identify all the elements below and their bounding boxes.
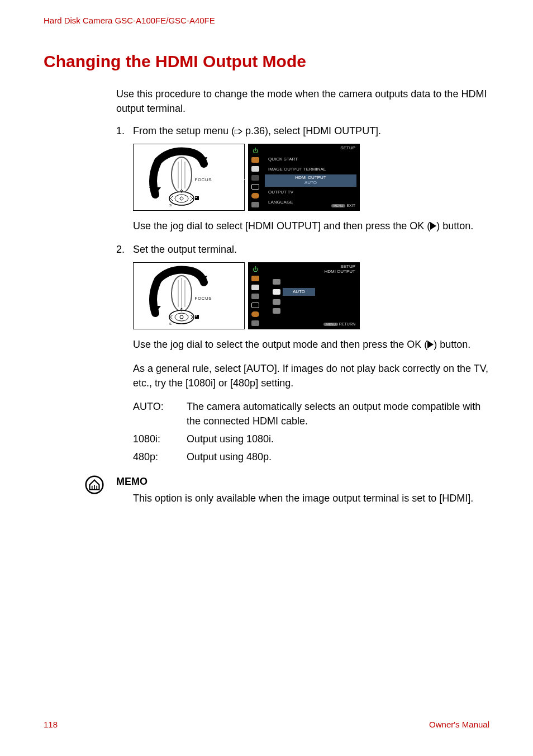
jog-dial-icon: S [141, 266, 236, 326]
def-desc: Output using 480p. [187, 450, 489, 464]
play-icon [427, 341, 434, 348]
play-icon [430, 222, 436, 230]
side-icon [251, 157, 259, 163]
screen-footer: MENUEXIT [331, 203, 355, 209]
side-icon [251, 320, 259, 326]
def-row: 480p: Output using 480p. [133, 450, 489, 464]
option-icon [273, 289, 280, 295]
menu-item-highlighted: HDMI OUTPUT AUTO [265, 174, 356, 187]
power-icon: ⏻ [251, 148, 259, 154]
option-icon [273, 279, 280, 285]
side-icon [251, 202, 259, 207]
step-text: Set the output terminal. [133, 242, 489, 257]
footer-label: Owner's Manual [429, 720, 489, 729]
side-icon [251, 184, 259, 190]
screen2-option-row [273, 308, 356, 314]
side-icon [251, 294, 259, 299]
header-bottom: HDMI OUTPUT [324, 270, 355, 275]
screen-side-icons: ⏻ [251, 267, 259, 326]
step1-after: Use the jog dial to select [HDMI OUTPUT]… [133, 219, 489, 233]
side-icon [251, 311, 259, 317]
intro-paragraph: Use this procedure to change the mode wh… [116, 87, 489, 116]
step1-text-a: From the setup menu ( [133, 125, 235, 136]
def-term: 480p: [133, 450, 187, 464]
dial-focus-label: FOCUS [195, 177, 212, 183]
memo-text: This option is only available when the i… [133, 491, 489, 505]
step1-after-a: Use the jog dial to select [HDMI OUTPUT]… [133, 220, 430, 231]
figure-step1: S FOCUS ⏻ ♪ SETUP QUICK START IMAGE OUTP… [133, 144, 489, 211]
side-icon: ♪ [251, 175, 259, 181]
svg-point-18 [169, 310, 194, 324]
option-icon [273, 308, 280, 314]
svg-rect-11 [196, 197, 197, 198]
side-icon [251, 193, 259, 199]
step-2: 2. Set the output terminal. [116, 242, 489, 257]
memo-block: MEMO This option is only available when … [44, 474, 489, 505]
figure-step2: S FOCUS ⏻ SETUP HDMI OUTPUT [133, 262, 489, 329]
svg-rect-23 [196, 315, 197, 316]
def-row: AUTO: The camera automatically selects a… [133, 399, 489, 428]
option-selected-label: AUTO [283, 288, 315, 296]
jog-dial-figure: S FOCUS [133, 262, 245, 329]
menu-item: IMAGE OUTPUT TERMINAL [265, 165, 356, 174]
memo-content: MEMO This option is only available when … [116, 474, 489, 505]
setup-screen-2: ⏻ SETUP HDMI OUTPUT AUTO [248, 262, 360, 329]
step-text: From the setup menu ( p.36), select [HDM… [133, 124, 489, 138]
def-term: AUTO: [133, 399, 187, 428]
memo-house-icon [85, 475, 104, 494]
screen-side-icons: ⏻ ♪ [251, 148, 259, 207]
step2-after-a: Use the jog dial to select the output mo… [133, 339, 427, 350]
jog-dial-figure: S FOCUS [133, 144, 245, 211]
step-1: 1. From the setup menu ( p.36), select [… [116, 124, 489, 138]
side-icon [251, 276, 259, 281]
screen-header: SETUP HDMI OUTPUT [324, 264, 355, 275]
screen2-option-row [273, 299, 356, 305]
power-icon: ⏻ [251, 267, 259, 272]
side-icon [251, 285, 259, 290]
setup-screen-1: ⏻ ♪ SETUP QUICK START IMAGE OUTPUT TERMI… [248, 144, 360, 211]
step1-after-b: ) button. [436, 220, 473, 231]
def-row: 1080i: Output using 1080i. [133, 432, 489, 446]
screen-header: SETUP [340, 146, 355, 151]
screen2-option-row-selected: AUTO [273, 288, 356, 296]
body-content: Use this procedure to change the mode wh… [116, 87, 489, 464]
step2-after-b: ) button. [434, 339, 470, 350]
svg-text:S: S [169, 322, 172, 325]
side-icon [251, 166, 259, 172]
step1-text-b: p.36), select [HDMI OUTPUT]. [242, 125, 381, 136]
page-number: 118 [44, 720, 58, 729]
menu-pill: MENU [323, 323, 338, 326]
svg-text:S: S [169, 204, 172, 207]
def-term: 1080i: [133, 432, 187, 446]
doc-header: Hard Disk Camera GSC-A100FE/GSC-A40FE [44, 16, 489, 25]
def-desc: Output using 1080i. [187, 432, 489, 446]
memo-icon-column [85, 474, 116, 505]
side-icon [251, 303, 259, 308]
option-icon [273, 299, 280, 305]
menu-item: OUTPUT TV [265, 188, 356, 197]
highlight-bottom: AUTO [266, 181, 355, 186]
page-footer: 118 Owner's Manual [44, 720, 489, 729]
step-number: 2. [116, 242, 133, 257]
screen-footer: MENURETURN [323, 322, 355, 327]
memo-title: MEMO [116, 474, 489, 489]
definition-list: AUTO: The camera automatically selects a… [133, 399, 489, 464]
jog-dial-icon: S [141, 147, 236, 207]
screen2-option-row [273, 279, 356, 285]
menu-pill: MENU [331, 204, 346, 207]
footer-text: EXIT [346, 204, 355, 207]
menu-item: QUICK START [265, 155, 356, 164]
step-number: 1. [116, 124, 133, 138]
step2-rule: As a general rule, select [AUTO]. If ima… [133, 361, 489, 390]
dial-focus-label: FOCUS [195, 295, 212, 302]
page-title: Changing the HDMI Output Mode [44, 52, 489, 71]
step2-after: Use the jog dial to select the output mo… [133, 337, 489, 352]
svg-point-6 [169, 192, 194, 205]
footer-text: RETURN [339, 322, 355, 326]
def-desc: The camera automatically selects an outp… [187, 399, 489, 428]
reference-arrow-icon [235, 129, 242, 134]
